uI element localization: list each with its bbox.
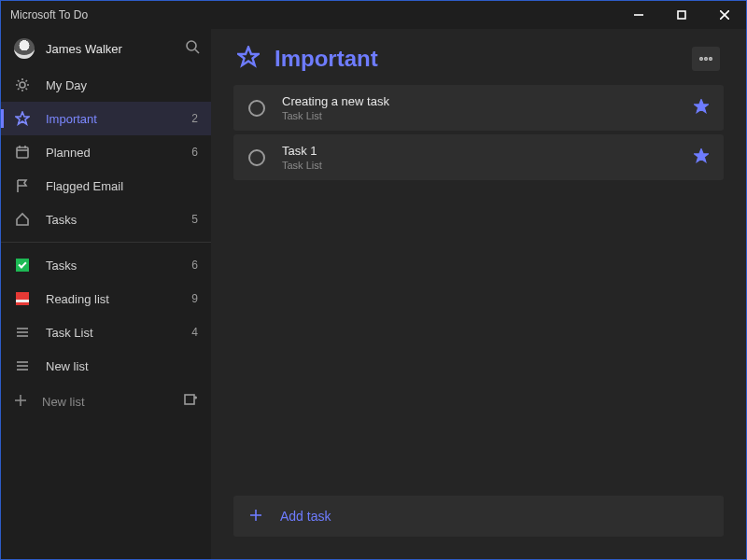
nav-label: Flagged Email [46, 179, 198, 193]
nav-count: 6 [191, 146, 198, 159]
profile-row[interactable]: James Walker [1, 29, 211, 68]
star-filled-icon[interactable] [694, 99, 709, 118]
sidebar-divider [1, 242, 211, 243]
sidebar-item-reading-list[interactable]: Reading list 9 [1, 282, 211, 315]
sidebar-item-task-list[interactable]: Task List 4 [1, 315, 211, 349]
sidebar-item-important[interactable]: Important 2 [1, 102, 211, 135]
add-list-row[interactable]: New list [1, 383, 211, 420]
svg-point-4 [187, 41, 196, 50]
sidebar-item-flagged-email[interactable]: Flagged Email [1, 169, 211, 203]
window-title: Microsoft To Do [10, 8, 88, 21]
add-list-label: New list [42, 395, 85, 409]
nav-label: Planned [46, 146, 191, 160]
star-icon [14, 111, 31, 126]
red-square-icon [14, 292, 31, 305]
more-options-button[interactable] [692, 47, 720, 71]
svg-line-11 [18, 80, 20, 82]
smart-lists: My Day Important 2 Planned 6 Flagged Ema… [1, 68, 211, 236]
list-icon [14, 358, 31, 373]
complete-checkbox[interactable] [248, 100, 265, 117]
nav-label: Tasks [46, 259, 191, 273]
list-icon [14, 325, 31, 340]
svg-rect-16 [17, 147, 28, 158]
home-icon [14, 212, 31, 227]
svg-marker-36 [695, 100, 708, 112]
svg-line-14 [26, 80, 28, 82]
window-controls [617, 1, 746, 29]
svg-point-34 [705, 58, 708, 61]
sun-icon [14, 77, 31, 92]
plus-icon [14, 394, 27, 410]
task-row[interactable]: Task 1 Task List [233, 134, 724, 180]
task-sublabel: Task List [282, 110, 694, 121]
add-task-label: Add task [280, 509, 331, 524]
nav-count: 4 [191, 326, 198, 339]
search-icon[interactable] [185, 39, 200, 58]
nav-label: Tasks [46, 213, 191, 227]
nav-count: 9 [191, 292, 198, 305]
sidebar-item-new-list[interactable]: New list [1, 349, 211, 383]
nav-label: Task List [46, 326, 191, 340]
complete-checkbox[interactable] [248, 149, 265, 166]
sidebar-item-tasks[interactable]: Tasks 5 [1, 203, 211, 236]
svg-marker-37 [695, 149, 708, 161]
svg-rect-29 [185, 395, 194, 404]
maximize-button[interactable] [660, 1, 703, 29]
nav-label: New list [46, 359, 198, 373]
app-body: James Walker My Day Important 2 Planned [1, 29, 746, 559]
svg-marker-15 [16, 112, 29, 124]
profile-name: James Walker [46, 42, 185, 56]
svg-point-6 [20, 82, 25, 88]
svg-line-5 [195, 49, 199, 53]
svg-point-35 [710, 58, 712, 61]
nav-count: 6 [191, 259, 198, 272]
svg-line-12 [26, 89, 28, 91]
sidebar-item-planned[interactable]: Planned 6 [1, 135, 211, 169]
titlebar: Microsoft To Do [1, 1, 746, 29]
nav-label: Reading list [46, 292, 191, 306]
task-text: Creating a new task Task List [282, 94, 694, 121]
star-filled-icon[interactable] [694, 148, 709, 167]
sidebar-item-user-tasks[interactable]: Tasks 6 [1, 248, 211, 282]
minimize-button[interactable] [617, 1, 660, 29]
header-star-icon [237, 46, 260, 72]
add-task-input[interactable]: Add task [233, 496, 724, 537]
task-title: Task 1 [282, 144, 694, 158]
nav-label: My Day [46, 78, 198, 92]
svg-marker-32 [239, 48, 259, 66]
task-title: Creating a new task [282, 94, 694, 108]
svg-line-13 [18, 89, 20, 91]
nav-label: Important [46, 112, 191, 126]
main-panel: Important Creating a new task Task List … [211, 29, 746, 559]
app-window: Microsoft To Do James Walker My Day [0, 0, 747, 560]
page-title: Important [275, 46, 692, 72]
svg-rect-1 [678, 11, 685, 19]
avatar [14, 38, 35, 59]
main-header: Important [211, 29, 746, 85]
task-list: Creating a new task Task List Task 1 Tas… [211, 85, 746, 180]
user-lists: Tasks 6 Reading list 9 Task List 4 New l… [1, 248, 211, 383]
green-check-icon [14, 259, 31, 272]
new-group-icon[interactable] [183, 393, 198, 411]
nav-count: 5 [191, 213, 198, 226]
sidebar-item-my-day[interactable]: My Day [1, 68, 211, 102]
task-sublabel: Task List [282, 160, 694, 171]
svg-point-33 [700, 58, 703, 61]
plus-icon [248, 508, 263, 525]
calendar-icon [14, 145, 31, 160]
sidebar: James Walker My Day Important 2 Planned [1, 29, 211, 559]
flag-icon [14, 178, 31, 193]
close-button[interactable] [703, 1, 746, 29]
nav-count: 2 [191, 112, 198, 125]
task-text: Task 1 Task List [282, 144, 694, 171]
task-row[interactable]: Creating a new task Task List [233, 85, 724, 131]
